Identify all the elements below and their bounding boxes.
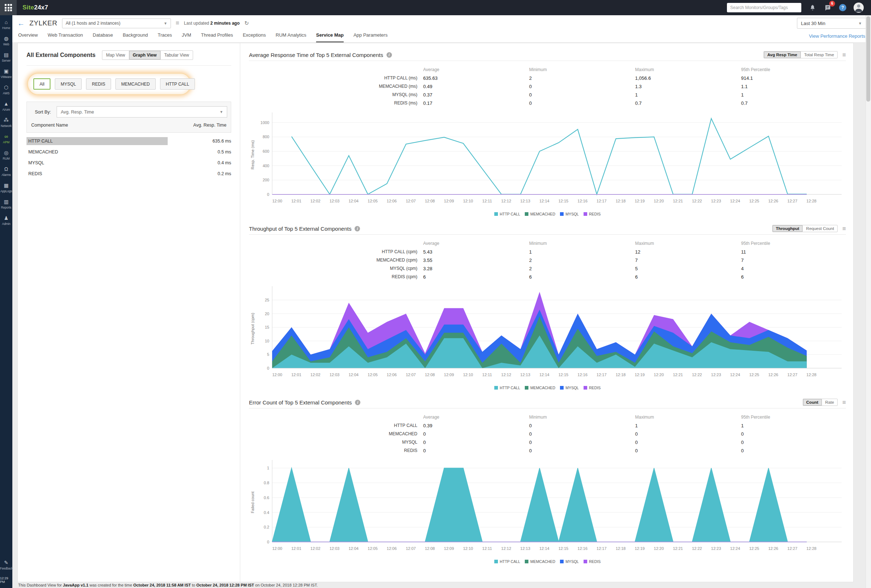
view-performance-reports-link[interactable]: View Performance Reports [809,33,865,42]
legend-item-memcached[interactable]: MEMCACHED [525,212,555,216]
tab-overview[interactable]: Overview [18,32,38,42]
view-toggle-tabular-view[interactable]: Tabular View [161,51,193,60]
filter-chip-mysql[interactable]: MYSQL [55,78,82,90]
stats-row-label: MEMCACHED (ms) [249,82,423,91]
filter-chip-memcached[interactable]: MEMCACHED [115,78,156,90]
sidebar-item-azure[interactable]: ▲Azure [0,98,12,115]
toggle-request-count[interactable]: Request Count [803,225,837,232]
legend-item-mysql[interactable]: MYSQL [560,212,579,216]
main-area: ← ZYLKER All (1 hosts and 2 instances) ▼… [12,15,871,588]
legend-item-redis[interactable]: REDIS [584,386,601,390]
stats-header: 95th Percentile [741,66,846,74]
view-toggle-map-view[interactable]: Map View [102,51,129,60]
stats-corner [249,413,423,421]
sidebar-item-rum[interactable]: ◎RUM [0,147,12,164]
chart-menu-icon[interactable]: ≡ [843,399,846,406]
toggle-throughput[interactable]: Throughput [773,225,803,232]
tab-rum-analytics[interactable]: RUM Analytics [276,32,307,42]
legend-item-mysql[interactable]: MYSQL [560,559,579,564]
chart-metric-toggle: Avg Resp TimeTotal Resp Time [763,51,838,58]
legend-label: REDIS [589,559,601,564]
toggle-rate[interactable]: Rate [822,399,837,406]
scrollbar[interactable] [865,15,871,588]
table-row[interactable]: HTTP CALL635.6 ms [27,136,231,146]
sidebar-item-feedback[interactable]: ✎ Feedback [0,557,12,573]
view-toggle-graph-view[interactable]: Graph View [129,51,161,60]
tab-jvm[interactable]: JVM [182,32,191,42]
sidebar-item-home[interactable]: ⌂Home [0,17,12,33]
scrollbar-thumb[interactable] [866,16,870,101]
time-range-dropdown[interactable]: Last 30 Min ▼ [797,18,866,29]
legend-item-http-call[interactable]: HTTP CALL [494,559,520,564]
stats-row-label: REDIS [249,446,423,455]
search-input[interactable] [730,5,798,10]
sidebar-item-label: AppLogs [0,190,12,193]
sidebar-item-vmware[interactable]: ▣VMware [0,66,12,82]
list-menu-icon[interactable]: ≡ [176,19,179,27]
tab-exceptions[interactable]: Exceptions [243,32,266,42]
toggle-avg-resp-time[interactable]: Avg Resp Time [764,52,801,58]
chart-menu-icon[interactable]: ≡ [843,52,846,58]
chart-plot[interactable]: 0200400600800100012:0012:0112:0212:0312:… [249,110,846,211]
sidebar-item-reports[interactable]: ▥Reports [0,196,12,213]
sidebar-item-network[interactable]: ⁂Network [0,115,12,131]
sidebar-item-alarms[interactable]: ΩAlarms [0,164,12,180]
sidebar-item-applogs[interactable]: ▦AppLogs [0,180,12,196]
info-icon[interactable]: i [386,52,392,58]
table-row[interactable]: MYSQL0.4 ms [27,157,231,168]
notifications-icon[interactable]: 6 [824,4,832,12]
filter-chip-http-call[interactable]: HTTP CALL [160,78,195,90]
sidebar-item-admin[interactable]: ♟Admin [0,213,12,229]
chart-menu-icon[interactable]: ≡ [843,225,846,232]
bell-icon[interactable] [808,4,817,12]
table-row[interactable]: REDIS0.2 ms [27,168,231,179]
legend-item-mysql[interactable]: MYSQL [560,386,579,390]
toggle-count[interactable]: Count [803,399,822,406]
svg-text:12:03: 12:03 [329,199,339,203]
sidebar-item-server[interactable]: ▤Server [0,49,12,66]
table-row[interactable]: MEMCACHED0.5 ms [27,146,231,157]
refresh-icon[interactable]: ↻ [244,20,249,27]
sidebar-item-web[interactable]: ◍Web [0,33,12,49]
legend-item-redis[interactable]: REDIS [584,212,601,216]
tab-background[interactable]: Background [123,32,148,42]
legend-item-http-call[interactable]: HTTP CALL [494,386,520,390]
tab-service-map[interactable]: Service Map [316,32,344,42]
stats-value: 0 [741,438,846,446]
global-search[interactable] [727,3,801,12]
legend-item-memcached[interactable]: MEMCACHED [525,559,555,564]
chart-plot[interactable]: 051015202512:0012:0112:0212:0312:0412:05… [249,284,846,385]
chevron-down-icon: ▼ [220,110,223,114]
avatar[interactable] [854,3,864,13]
help-icon[interactable]: ? [839,4,846,11]
tab-traces[interactable]: Traces [158,32,172,42]
svg-text:12:08: 12:08 [425,373,435,377]
tab-web-transaction[interactable]: Web Transaction [48,32,83,42]
filter-chip-all[interactable]: All [33,78,51,90]
apps-menu-button[interactable] [0,0,17,15]
tab-database[interactable]: Database [93,32,113,42]
tab-thread-profiles[interactable]: Thread Profiles [201,32,233,42]
svg-text:200: 200 [263,178,269,182]
svg-text:12:17: 12:17 [597,373,606,377]
chart-section-2: Throughput of Top 5 External Componentsi… [249,219,846,393]
sort-by-dropdown[interactable]: Avg. Resp. Time ▼ [57,106,227,118]
info-icon[interactable]: i [355,400,361,405]
chart-plot[interactable]: 00.20.40.60.8112:0012:0112:0212:0312:041… [249,458,846,559]
svg-text:12:07: 12:07 [406,199,416,203]
scope-dropdown[interactable]: All (1 hosts and 2 instances) ▼ [62,18,171,28]
legend-item-memcached[interactable]: MEMCACHED [525,386,555,390]
toggle-total-resp-time[interactable]: Total Resp Time [801,52,837,58]
sidebar-item-aws[interactable]: ⬡AWS [0,82,12,98]
tab-app-parameters[interactable]: App Parameters [353,32,388,42]
back-arrow-icon[interactable]: ← [17,19,25,27]
svg-text:12:26: 12:26 [768,199,778,203]
info-icon[interactable]: i [355,226,360,231]
stats-header: 95th Percentile [741,413,846,421]
filter-chip-redis[interactable]: REDIS [86,78,111,90]
sidebar-item-apm[interactable]: ∞APM [0,131,12,147]
legend-item-redis[interactable]: REDIS [584,559,601,564]
admin-icon: ♟ [0,215,12,221]
topbar: Site24x7 6 ? [0,0,871,15]
legend-item-http-call[interactable]: HTTP CALL [494,212,520,216]
